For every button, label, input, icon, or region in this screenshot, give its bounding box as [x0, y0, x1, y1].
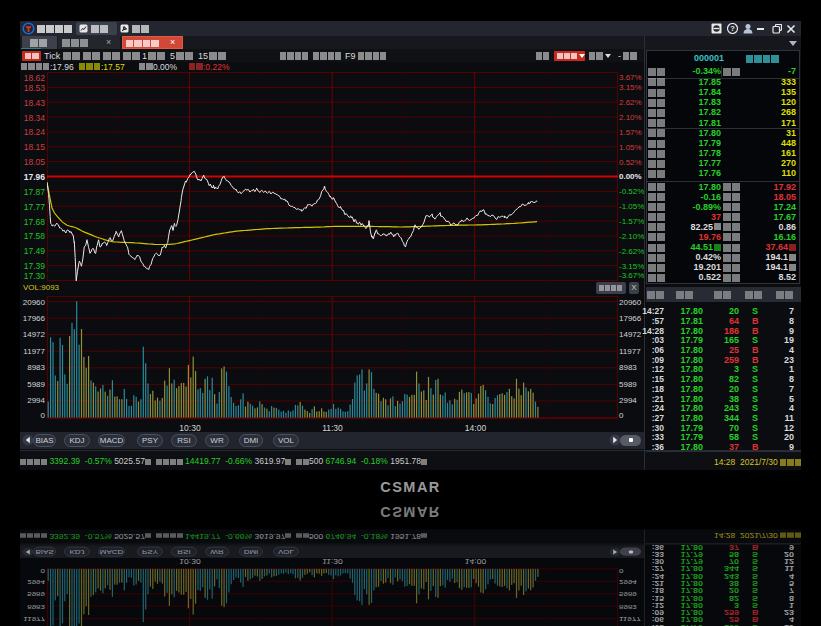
svg-text:?: ? — [730, 24, 735, 33]
